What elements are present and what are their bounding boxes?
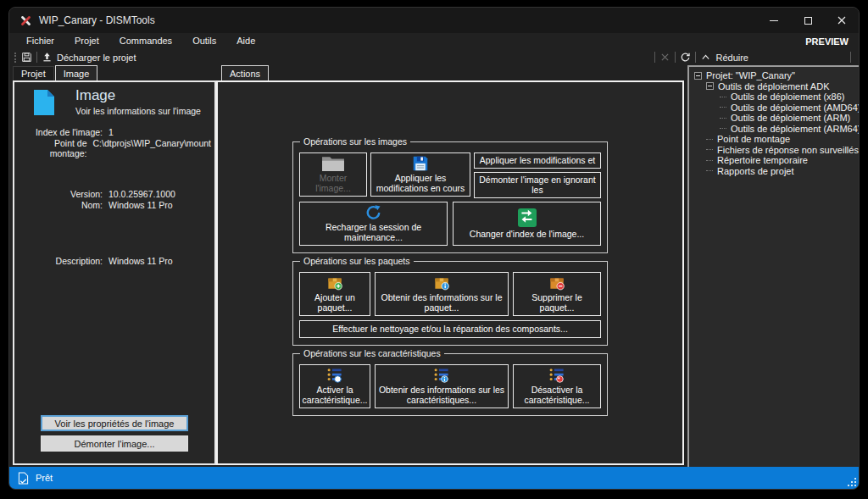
field-mount-point: Point de montage: C:\dtprojs\WIP_Canary\… — [19, 138, 211, 158]
feature-ops-row: Activer la caractéristique... — [299, 364, 601, 408]
panels-row: Image Voir les informations sur l'image … — [9, 80, 687, 467]
feature-enable-icon — [324, 367, 346, 384]
reduce-button[interactable]: Réduire — [715, 53, 748, 63]
disable-feature-button[interactable]: Désactiver la caractéristique... — [513, 364, 601, 408]
group-title: Opérations sur les caractéristiques — [300, 348, 444, 358]
collapse-icon[interactable] — [706, 82, 714, 90]
unload-project-button[interactable]: Décharger le projet — [57, 53, 136, 63]
field-label: Version: — [19, 189, 103, 199]
tab-actions[interactable]: Actions — [221, 65, 269, 80]
image-ops-row-1: Monter l'image... Appliquer les modifica… — [299, 152, 601, 197]
group-title: Opérations sur les paquets — [300, 256, 414, 266]
toolbar-right: Réduire — [650, 52, 855, 63]
tree-connector — [706, 149, 713, 150]
clear-icon[interactable] — [659, 52, 670, 63]
floppy-disk-icon — [411, 155, 430, 172]
change-image-index-button[interactable]: Changer d'index de l'image... — [453, 202, 601, 246]
reload-icon — [362, 204, 385, 221]
unmount-image-button[interactable]: Démonter l'image... — [41, 435, 188, 452]
component-cleanup-button[interactable]: Effectuer le nettoyage et/ou la réparati… — [299, 320, 601, 338]
field-label: Nom: — [19, 200, 103, 210]
toolbar: Décharger le projet Réduire — [9, 49, 859, 65]
app-logo-icon — [19, 14, 32, 27]
apply-and-unmount-button[interactable]: Appliquer les modifications et — [474, 152, 601, 169]
left-main: Projet Image Actions Image Voir les info… — [9, 65, 687, 467]
collapse-icon[interactable] — [694, 72, 702, 80]
feature-info-icon — [431, 367, 453, 384]
tree-item-mount-point[interactable]: Point de montage — [693, 134, 857, 145]
tree-item-adk-arm64[interactable]: Outils de déploiement (ARM64) — [693, 124, 857, 135]
group-feature-operations: Opérations sur les caractéristiques — [292, 353, 608, 416]
field-value: 1 — [108, 127, 211, 137]
get-package-info-button[interactable]: Obtenir des informations sur le paquet..… — [375, 272, 509, 316]
package-add-icon — [324, 274, 346, 291]
package-info-icon — [431, 274, 453, 291]
toolbar-separator — [654, 52, 655, 63]
tree-connector — [720, 128, 726, 129]
tree-connector — [720, 97, 726, 97]
screen: WIP_Canary - DISMTools Fichier Projet Co… — [0, 0, 868, 499]
menubar: Fichier Projet Commandes Outils Aide PRE… — [9, 33, 859, 49]
menu-projet[interactable]: Projet — [64, 33, 109, 49]
save-icon[interactable] — [21, 52, 32, 63]
image-panel-title: Image — [75, 87, 115, 104]
chevron-up-icon[interactable] — [700, 52, 711, 63]
reload-servicing-session-button[interactable]: Recharger la session de maintenance... — [299, 202, 448, 246]
menu-outils[interactable]: Outils — [182, 33, 226, 49]
close-icon — [837, 16, 846, 25]
group-image-operations: Opérations sur les images Monter l'image… — [292, 141, 608, 253]
image-ops-stack: Appliquer les modifications et Démonter … — [474, 152, 601, 197]
unmount-discard-button[interactable]: Démonter l'image en ignorant les — [474, 172, 601, 198]
refresh-icon[interactable] — [680, 52, 691, 63]
tree-item-adk[interactable]: Outils de déploiement ADK — [693, 81, 857, 92]
toolbar-separator — [675, 52, 676, 63]
get-feature-info-button[interactable]: Obtenir des informations sur les caracté… — [375, 364, 509, 408]
field-name: Nom: Windows 11 Pro — [19, 200, 211, 210]
menu-fichier[interactable]: Fichier — [16, 33, 64, 49]
maximize-icon — [804, 17, 812, 25]
tree-connector — [706, 160, 713, 161]
field-index: Index de l'image: 1 — [19, 127, 211, 137]
enable-feature-button[interactable]: Activer la caractéristique... — [299, 364, 370, 408]
mount-image-button[interactable]: Monter l'image... — [299, 152, 367, 197]
toolbar-separator — [36, 52, 37, 63]
folder-icon — [319, 155, 348, 172]
resize-grip[interactable] — [846, 476, 856, 486]
field-value: Windows 11 Pro — [108, 256, 211, 266]
close-button[interactable] — [825, 8, 859, 33]
actions-panel: Opérations sur les images Monter l'image… — [216, 80, 684, 465]
field-label: Point de montage: — [19, 138, 87, 158]
image-file-icon — [33, 89, 55, 116]
image-ops-row-2: Recharger la session de maintenance... — [299, 202, 601, 246]
toolbar-grip[interactable] — [14, 53, 16, 63]
unload-project-icon[interactable] — [42, 52, 53, 63]
tab-row: Projet Image Actions — [9, 65, 687, 80]
view-image-properties-button[interactable]: Voir les propriétés de l'image — [41, 415, 188, 431]
field-value: Windows 11 Pro — [108, 200, 211, 210]
field-version: Version: 10.0.25967.1000 — [19, 189, 211, 199]
tree-item-project[interactable]: Projet: "WIP_Canary" — [693, 70, 857, 81]
titlebar: WIP_Canary - DISMTools — [9, 8, 859, 33]
tree-item-adk-amd64[interactable]: Outils de déploiement (AMD64) — [693, 103, 857, 114]
feature-disable-icon — [546, 367, 568, 384]
tree-item-temp-dir[interactable]: Répertoire temporaire — [693, 155, 857, 166]
tab-projet[interactable]: Projet — [13, 66, 54, 80]
tree-item-answer-files[interactable]: Fichiers de réponse non surveillés — [693, 145, 857, 156]
status-document-icon — [18, 472, 29, 485]
menu-commandes[interactable]: Commandes — [109, 33, 182, 49]
tree-item-reports[interactable]: Rapports de projet — [693, 166, 857, 177]
tree-connector — [720, 118, 726, 119]
field-value: 10.0.25967.1000 — [108, 189, 211, 199]
apply-changes-button[interactable]: Appliquer les modifications en cours — [370, 152, 470, 197]
tree-item-adk-arm[interactable]: Outils de déploiement (ARM) — [693, 113, 857, 124]
minimize-button[interactable] — [757, 8, 791, 33]
add-package-button[interactable]: Ajouter un paquet... — [299, 272, 370, 316]
remove-package-button[interactable]: Supprimer le paquet... — [513, 272, 601, 316]
maximize-button[interactable] — [791, 8, 825, 33]
tree-connector — [720, 107, 726, 108]
tree-item-adk-x86[interactable]: Outils de déploiement (x86) — [693, 91, 857, 103]
toolbar-separator — [850, 52, 851, 63]
menu-aide[interactable]: Aide — [226, 33, 265, 49]
tab-image[interactable]: Image — [55, 65, 98, 80]
field-label: Description: — [19, 256, 103, 266]
